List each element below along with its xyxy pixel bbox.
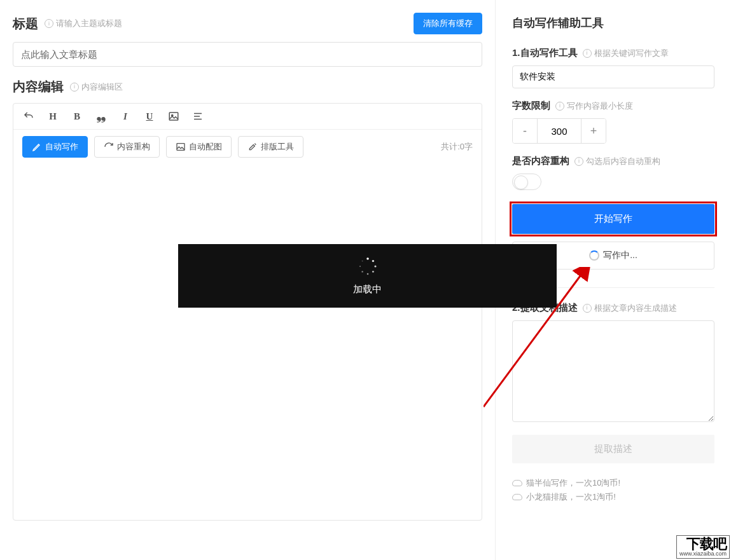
auto-write-button[interactable]: 自动写作 [22,136,88,158]
count-prefix: 共计: [441,142,460,151]
watermark: 下载吧 www.xiazaiba.com [676,535,730,559]
section2-hint-text: 根据文章内容生成描述 [594,303,677,314]
content-hint-text: 内容编辑区 [81,81,123,93]
content-section-label: 内容编辑 [13,78,64,95]
extract-description-button[interactable]: 提取描述 [512,435,714,463]
heading-icon[interactable]: H [46,110,59,123]
spinner-icon [589,250,599,261]
editor-box: H B ❟❟ I U 自动写作 内容重构 [13,103,482,521]
spinner-icon [358,257,377,278]
align-icon[interactable] [191,110,204,123]
svg-point-7 [372,259,373,261]
rebuild-toggle-label: 是否内容重构 [512,155,569,167]
info-icon: i [45,19,53,28]
svg-point-12 [359,265,360,266]
writing-status-text: 写作中... [603,250,637,261]
tool-icon [247,142,258,152]
loading-overlay: 加载中 [178,244,557,308]
editor-toolbar: H B ❟❟ I U [13,104,482,130]
svg-point-8 [374,265,376,267]
layout-tool-label: 排版工具 [261,141,294,153]
auto-image-label: 自动配图 [189,141,222,153]
refresh-icon [104,142,114,152]
layout-tool-button[interactable]: 排版工具 [238,136,303,158]
auto-write-label: 自动写作 [45,141,78,153]
word-limit-hint: i 写作内容最小长度 [555,100,633,112]
start-writing-button[interactable]: 开始写作 [512,204,714,234]
pay-note-1-text: 猫半仙写作，一次10淘币! [526,477,620,489]
article-title-input[interactable] [13,42,482,67]
clear-cache-button[interactable]: 清除所有缓存 [414,13,482,34]
count-suffix: 字 [464,142,473,151]
cloud-icon [512,494,522,500]
pay-note-2-text: 小龙猫排版，一次1淘币! [526,491,616,503]
watermark-big: 下载吧 [686,537,727,551]
info-icon: i [555,102,564,111]
info-icon: i [583,304,592,313]
word-limit-hint-text: 写作内容最小长度 [567,100,633,112]
rebuild-toggle[interactable] [512,174,541,190]
title-hint-text: 请输入主题或标题 [56,18,122,29]
stepper-plus-button[interactable]: + [581,119,606,143]
cloud-icon [512,480,522,486]
auto-image-button[interactable]: 自动配图 [166,136,232,158]
pencil-icon [32,142,42,152]
bold-icon[interactable]: B [71,110,83,123]
image-icon[interactable] [167,110,180,123]
section1-hint-text: 根据关键词写作文章 [594,48,669,59]
svg-rect-0 [169,113,178,120]
watermark-small: www.xiazaiba.com [679,551,727,557]
quote-icon[interactable]: ❟❟ [95,110,108,123]
rebuild-hint-text: 勾选后内容自动重构 [586,156,660,167]
rebuild-hint: i 勾选后内容自动重构 [574,156,660,167]
italic-icon[interactable]: I [119,110,132,123]
editor-action-row: 自动写作 内容重构 自动配图 排版工具 共计:0字 [13,130,482,164]
section1-hint: i 根据关键词写作文章 [583,48,669,59]
keyword-input[interactable] [512,65,714,88]
title-section-label: 标题 [13,15,38,32]
undo-icon[interactable] [22,110,35,123]
stepper-minus-button[interactable]: - [513,119,537,143]
rebuild-label: 内容重构 [117,141,150,153]
info-icon: i [583,49,592,58]
description-textarea[interactable] [512,320,714,422]
pay-note-2: 小龙猫排版，一次1淘币! [512,491,714,503]
section1-label: 1.自动写作工具 [512,47,578,59]
editor-body[interactable] [13,164,482,520]
count-value: 0 [460,142,464,151]
svg-point-11 [361,271,363,272]
section2-hint: i 根据文章内容生成描述 [583,303,677,314]
content-hint: i 内容编辑区 [70,81,123,93]
rebuild-content-button[interactable]: 内容重构 [94,136,160,158]
word-limit-stepper: - + [512,118,606,144]
svg-point-6 [366,257,369,260]
info-icon: i [70,83,79,92]
svg-point-10 [366,273,368,275]
word-limit-label: 字数限制 [512,100,550,112]
word-count: 共计:0字 [441,141,473,153]
title-hint: i 请输入主题或标题 [45,18,122,29]
picture-icon [176,142,186,152]
svg-point-9 [372,270,373,272]
pay-note-1: 猫半仙写作，一次10淘币! [512,477,714,489]
loading-text: 加载中 [353,283,382,296]
sidebar-title: 自动写作辅助工具 [512,15,714,31]
underline-icon[interactable]: U [143,110,156,123]
word-limit-value[interactable] [537,119,581,143]
info-icon: i [574,157,583,166]
svg-point-13 [361,260,363,261]
